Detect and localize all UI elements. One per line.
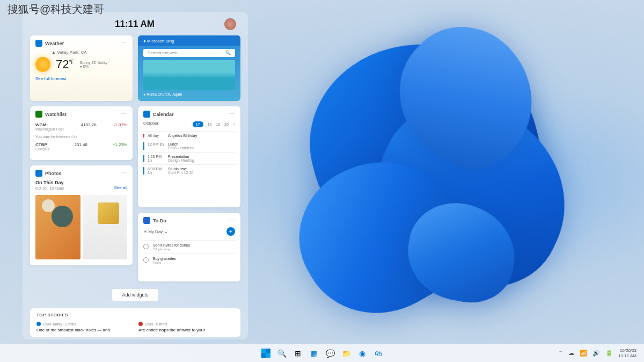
calendar-event[interactable]: All dayAngela's Birthday: [143, 131, 235, 140]
widgets-button[interactable]: ▦: [307, 346, 321, 360]
watermark-text: 搜狐号@科技犬建哥: [8, 2, 104, 17]
todo-title: To Do: [153, 218, 166, 223]
news-item[interactable]: CNN Today · 2 minsOne of the smallest bl…: [36, 322, 132, 332]
todo-menu[interactable]: ···: [229, 217, 235, 223]
taskview-button[interactable]: ⊞: [291, 346, 305, 360]
news-section-title: TOP STORIES: [36, 313, 234, 317]
taskbar: 🔍 ⊞ ▦ 💬 📁 ◉ 🛍 ⌃ ☁ 📶 🔊 🔋 10/20/23 11:11 A…: [0, 344, 644, 362]
volume-icon[interactable]: 🔊: [592, 350, 600, 357]
todo-icon: [143, 217, 150, 224]
battery-icon[interactable]: 🔋: [605, 350, 613, 357]
store-button[interactable]: 🛍: [371, 346, 385, 360]
user-avatar[interactable]: [224, 18, 236, 30]
panel-header: 11:11 AM: [30, 16, 240, 35]
calendar-month: October: [143, 121, 158, 126]
panel-time: 11:11 AM: [104, 19, 155, 30]
bloom-graphic: [236, 11, 601, 344]
bing-widget[interactable]: ● Microsoft Bing ··· Search the web🔍 ● R…: [138, 35, 240, 101]
calendar-days[interactable]: 17181920>: [193, 121, 235, 127]
todo-widget[interactable]: To Do ··· ☀ My Day ⌄ + Send invites for …: [138, 213, 240, 281]
explorer-button[interactable]: 📁: [339, 346, 353, 360]
news-widget[interactable]: TOP STORIES CNN Today · 2 minsOne of the…: [30, 308, 240, 337]
weather-forecast-link[interactable]: See full forecast: [35, 76, 127, 81]
weather-widget[interactable]: Weather ··· ▲ Valley Park, CA 72°F Sunny…: [30, 35, 133, 101]
bing-caption: ● Roma Church, Japan: [138, 90, 240, 99]
taskbar-center: 🔍 ⊞ ▦ 💬 📁 ◉ 🛍: [259, 346, 385, 360]
finance-icon: [35, 111, 42, 118]
photos-seeall-link[interactable]: See all: [114, 185, 127, 190]
chevron-up-icon[interactable]: ⌃: [558, 350, 563, 357]
weather-location: ▲ Valley Park, CA: [52, 50, 127, 55]
weather-humidity: ● 0%: [80, 64, 107, 68]
calendar-day[interactable]: 20: [224, 122, 229, 126]
calendar-event[interactable]: 12 PM 1hLunchPatio - cafeteria: [143, 140, 235, 152]
stock-row[interactable]: WGMIWashington Post4183.76-1.07%: [35, 121, 127, 133]
todo-checkbox[interactable]: [143, 244, 149, 249]
calendar-event[interactable]: 1:30 PM 1hPresentationDesign Meeting: [143, 152, 235, 164]
bing-title: ● Microsoft Bing: [143, 39, 174, 44]
calendar-day[interactable]: 18: [208, 122, 212, 126]
photos-heading: On This Day: [35, 180, 127, 185]
search-icon: 🔍: [225, 50, 231, 55]
calendar-widget[interactable]: Calendar ··· October 17181920> All dayAn…: [138, 106, 240, 207]
chat-button[interactable]: 💬: [323, 346, 337, 360]
finance-widget[interactable]: Watchlist ··· WGMIWashington Post4183.76…: [30, 106, 133, 160]
photos-title: Photos: [45, 171, 62, 176]
stock-row[interactable]: CTBPCortosis231.48+1.23%: [35, 141, 127, 153]
photos-sub: Oct 16 · 13 items: [35, 186, 64, 190]
calendar-icon: [143, 111, 150, 118]
photos-icon: [35, 170, 42, 177]
photo-thumbnail[interactable]: [83, 195, 128, 259]
finance-title: Watchlist: [45, 112, 67, 117]
photo-thumbnail[interactable]: [35, 195, 80, 259]
sun-icon: [35, 57, 50, 72]
todo-listname[interactable]: ☀ My Day ⌄: [143, 229, 168, 234]
calendar-day[interactable]: 19: [216, 122, 220, 126]
todo-item[interactable]: Buy groceriesTasks: [143, 254, 235, 267]
photos-widget[interactable]: Photos ··· On This Day Oct 16 · 13 items…: [30, 165, 133, 265]
calendar-title: Calendar: [153, 112, 174, 117]
wifi-icon[interactable]: 📶: [580, 350, 587, 357]
onedrive-icon[interactable]: ☁: [568, 350, 574, 357]
calendar-day[interactable]: 17: [193, 121, 203, 127]
finance-menu[interactable]: ···: [121, 111, 127, 117]
search-button[interactable]: 🔍: [275, 346, 289, 360]
calendar-event[interactable]: 6:30 PM 1hStudio timeConf Rm 12-36: [143, 164, 235, 177]
weather-icon: [35, 40, 42, 47]
bing-search-input[interactable]: Search the web🔍: [143, 49, 235, 57]
bing-image: [143, 60, 235, 90]
edge-button[interactable]: ◉: [355, 346, 369, 360]
bing-menu[interactable]: ···: [231, 39, 235, 44]
photos-menu[interactable]: ···: [121, 170, 127, 176]
news-item[interactable]: CNN · 6 minsAre coffee naps the answer t…: [138, 322, 234, 332]
calendar-menu[interactable]: ···: [229, 111, 235, 117]
weather-temp: 72°F: [56, 57, 75, 71]
system-tray[interactable]: ⌃ ☁ 📶 🔊 🔋 10/20/23 11:11 AM: [558, 348, 644, 358]
calendar-day[interactable]: >: [233, 122, 235, 126]
todo-checkbox[interactable]: [143, 257, 149, 263]
start-button[interactable]: [259, 346, 273, 360]
taskbar-clock[interactable]: 10/20/23 11:11 AM: [618, 348, 636, 358]
weather-title: Weather: [45, 41, 64, 46]
todo-item[interactable]: Send invites for soireeCA planning: [143, 240, 235, 254]
todo-add-button[interactable]: +: [226, 227, 235, 236]
widgets-panel: 11:11 AM Weather ··· ▲ Valley Park, CA 7…: [23, 12, 248, 339]
add-widgets-button[interactable]: Add widgets: [112, 289, 158, 301]
weather-desc: Sunny 83° today: [80, 61, 107, 64]
weather-menu[interactable]: ···: [121, 40, 127, 46]
